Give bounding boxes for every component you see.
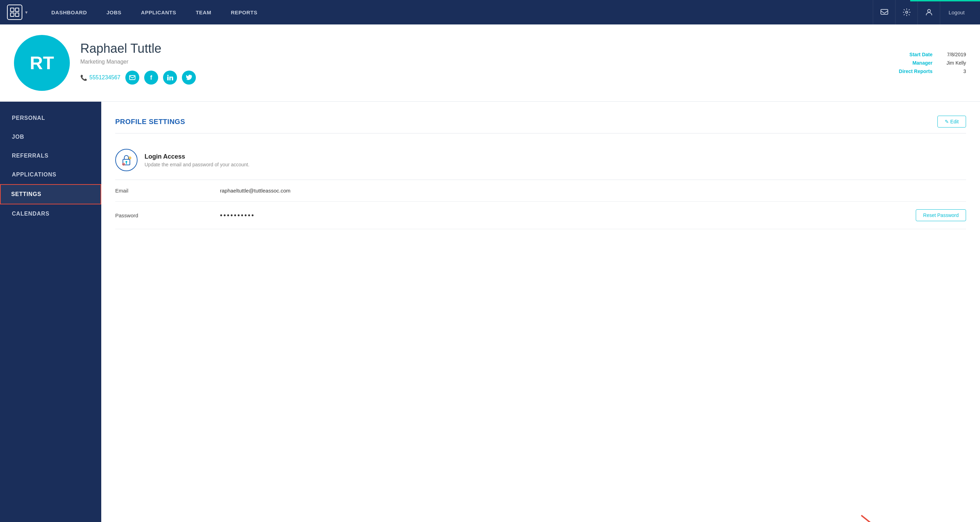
login-access-desc: Update the email and password of your ac… [145,162,249,168]
content-area: PROFILE SETTINGS ✎ Edit Login Ac [101,102,980,522]
meta-start-date: Start Date 7/8/2019 [899,52,966,57]
top-nav: ▾ DASHBOARD JOBS APPLICANTS TEAM REPORTS [0,0,980,24]
messages-icon-btn[interactable] [873,0,895,24]
email-label: Email [115,188,220,193]
manager-label: Manager [912,60,932,66]
nav-right: Logout [873,0,973,24]
login-access-title: Login Access [145,153,249,160]
profile-meta: Start Date 7/8/2019 Manager Jim Kelly Di… [899,52,966,74]
svg-point-5 [906,11,908,13]
main-layout: PERSONAL JOB REFERRALS APPLICATIONS SETT… [0,102,980,522]
svg-point-6 [928,10,931,12]
phone-link[interactable]: 📞 5551234567 [80,74,121,81]
svg-rect-1 [15,8,19,11]
facebook-social-btn[interactable]: f [144,70,158,85]
sidebar-item-referrals[interactable]: REFERRALS [0,147,101,165]
manager-value: Jim Kelly [938,60,966,66]
section-title: PROFILE SETTINGS [115,118,185,126]
nav-reports[interactable]: REPORTS [221,0,267,24]
logo-icon [7,5,22,20]
profile-icon-btn[interactable] [918,0,940,24]
start-date-value: 7/8/2019 [938,52,966,57]
reset-password-button[interactable]: Reset Password [916,209,966,221]
avatar: RT [14,35,70,91]
red-arrow-indicator [854,512,924,522]
linkedin-social-btn[interactable] [163,70,177,85]
nav-applicants[interactable]: APPLICANTS [131,0,186,24]
facebook-icon: f [150,74,152,81]
green-accent-bar [910,0,980,2]
twitter-social-btn[interactable] [182,70,196,85]
sidebar: PERSONAL JOB REFERRALS APPLICATIONS SETT… [0,102,101,522]
svg-rect-3 [15,13,19,16]
nav-team[interactable]: TEAM [186,0,221,24]
meta-direct-reports: Direct Reports 3 [899,69,966,74]
nav-links: DASHBOARD JOBS APPLICANTS TEAM REPORTS [41,0,873,24]
profile-header: RT Raphael Tuttle Marketing Manager 📞 55… [0,24,980,102]
sidebar-item-settings[interactable]: SETTINGS [0,184,101,204]
login-access-card: Login Access Update the email and passwo… [115,140,966,180]
edit-button[interactable]: ✎ Edit [937,116,966,128]
sidebar-item-calendars[interactable]: CALENDARS [0,204,101,223]
phone-icon: 📞 [80,74,87,81]
nav-jobs[interactable]: JOBS [97,0,131,24]
email-field-row: Email raphaeltuttle@tuttleassoc.com [115,180,966,201]
profile-contacts: 📞 5551234567 f [80,70,889,85]
nav-dropdown-arrow[interactable]: ▾ [25,10,27,15]
sidebar-item-personal[interactable]: PERSONAL [0,109,101,128]
field-action: Reset Password [916,209,966,221]
svg-point-9 [167,75,169,76]
sidebar-item-applications[interactable]: APPLICATIONS [0,165,101,184]
start-date-label: Start Date [910,52,932,57]
logout-button[interactable]: Logout [940,0,973,24]
direct-reports-label: Direct Reports [899,69,932,74]
login-icon [115,149,138,171]
profile-title: Marketing Manager [80,59,889,65]
profile-name: Raphael Tuttle [80,41,889,56]
phone-number[interactable]: 5551234567 [89,74,121,81]
nav-logo[interactable]: ▾ [7,5,27,20]
profile-info: Raphael Tuttle Marketing Manager 📞 55512… [80,41,889,85]
sidebar-item-job[interactable]: JOB [0,128,101,147]
login-access-text: Login Access Update the email and passwo… [145,153,249,168]
settings-icon-btn[interactable] [895,0,918,24]
section-header: PROFILE SETTINGS ✎ Edit [115,116,966,134]
password-field-row: Password •••••••••• Reset Password [115,201,966,229]
direct-reports-value: 3 [938,69,966,74]
email-social-btn[interactable] [125,70,139,85]
password-value: •••••••••• [220,211,916,219]
svg-rect-0 [11,8,14,11]
nav-dashboard[interactable]: DASHBOARD [41,0,97,24]
email-value: raphaeltuttle@tuttleassoc.com [220,188,966,193]
password-label: Password [115,212,220,219]
meta-manager: Manager Jim Kelly [899,60,966,66]
svg-rect-2 [11,13,14,16]
svg-rect-8 [167,77,169,80]
